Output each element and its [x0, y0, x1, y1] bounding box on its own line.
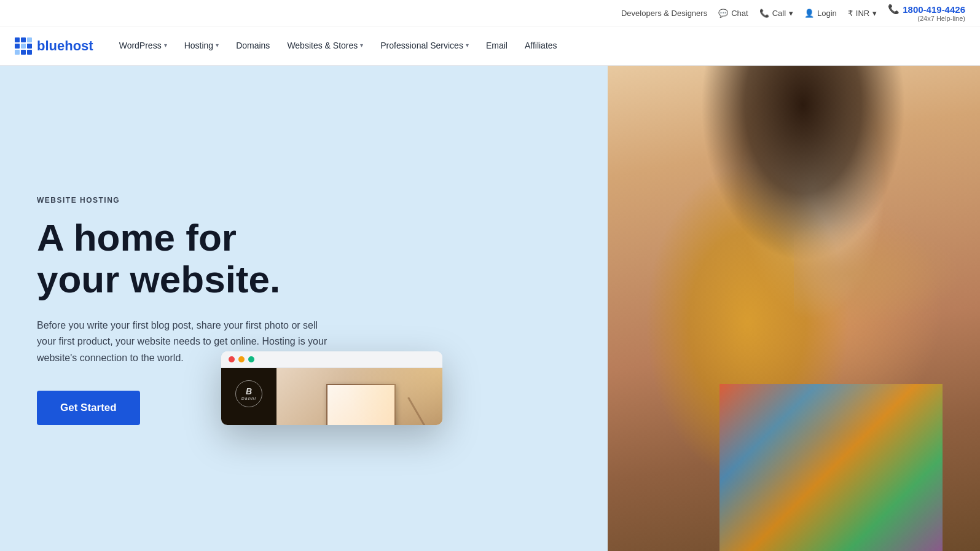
chevron-down-icon-websites: ▾: [360, 42, 363, 49]
chevron-down-icon-wordpress: ▾: [164, 42, 167, 49]
call-icon: 📞: [759, 9, 769, 18]
developers-label: Developers & Designers: [621, 9, 707, 18]
chat-label: Chat: [731, 9, 748, 18]
hero-eyebrow: WEBSITE HOSTING: [37, 196, 571, 205]
nav-item-affiliates[interactable]: Affiliates: [516, 26, 566, 66]
browser-bar: [221, 351, 442, 368]
top-bar-actions: Developers & Designers 💬 Chat 📞 Call ▾ 👤…: [621, 4, 965, 22]
phone-block: 📞 1800-419-4426 (24x7 Help-line): [888, 4, 965, 22]
hero-title-line1: A home for: [37, 216, 237, 259]
currency-icon: ₹: [848, 9, 853, 18]
phone-number: 📞 1800-419-4426: [888, 4, 965, 15]
nav-wordpress-label: WordPress: [119, 41, 162, 50]
hero-title: A home for your website.: [37, 217, 571, 300]
login-label: Login: [817, 9, 837, 18]
browser-dot-red: [229, 356, 235, 362]
browser-main-content: [276, 368, 442, 425]
browser-dot-yellow: [238, 356, 245, 362]
nav-links: WordPress ▾ Hosting ▾ Domains Websites &…: [111, 26, 965, 66]
hero-left: WEBSITE HOSTING A home for your website.…: [0, 66, 608, 551]
phone-icon: 📞: [888, 4, 900, 15]
chevron-down-icon: ▾: [789, 9, 793, 18]
logo-text: bluehost: [37, 38, 93, 54]
currency-link[interactable]: ₹ INR ▾: [848, 9, 877, 18]
artist-background: [608, 66, 980, 551]
hero-section: WEBSITE HOSTING A home for your website.…: [0, 66, 980, 551]
nav-item-email[interactable]: Email: [477, 26, 516, 66]
nav-hosting-label: Hosting: [184, 41, 213, 50]
nav-affiliates-label: Affiliates: [525, 41, 557, 50]
browser-logo: B Danni: [235, 380, 262, 407]
browser-dot-green: [248, 356, 254, 362]
user-icon: 👤: [804, 9, 814, 18]
navbar: bluehost WordPress ▾ Hosting ▾ Domains W…: [0, 26, 980, 66]
browser-mockup: B Danni CANVAS PAINTS SHOP BLOG ABOUT US: [221, 351, 442, 425]
login-link[interactable]: 👤 Login: [804, 9, 837, 18]
top-bar: Developers & Designers 💬 Chat 📞 Call ▾ 👤…: [0, 0, 980, 26]
chevron-down-icon-2: ▾: [872, 9, 877, 18]
call-label: Call: [772, 9, 786, 18]
chat-link[interactable]: 💬 Chat: [718, 9, 748, 18]
hero-title-line2: your website.: [37, 258, 280, 300]
nav-websites-label: Websites & Stores: [287, 41, 358, 50]
phone-subtext: (24x7 Help-line): [917, 15, 965, 22]
currency-label: INR: [856, 9, 869, 18]
chat-icon: 💬: [718, 9, 728, 18]
chevron-down-icon-professional: ▾: [466, 42, 469, 49]
nav-item-hosting[interactable]: Hosting ▾: [176, 26, 227, 66]
logo-grid-icon: [15, 37, 32, 55]
nav-item-websites[interactable]: Websites & Stores ▾: [278, 26, 372, 66]
nav-item-domains[interactable]: Domains: [227, 26, 278, 66]
browser-content: B Danni CANVAS PAINTS SHOP BLOG ABOUT US: [221, 368, 442, 425]
nav-item-professional[interactable]: Professional Services ▾: [372, 26, 477, 66]
logo-link[interactable]: bluehost: [15, 37, 93, 55]
browser-sidebar: B Danni CANVAS PAINTS SHOP BLOG ABOUT US: [221, 368, 276, 425]
get-started-button[interactable]: Get Started: [37, 391, 140, 425]
nav-professional-label: Professional Services: [380, 41, 463, 50]
nav-item-wordpress[interactable]: WordPress ▾: [111, 26, 176, 66]
developers-link[interactable]: Developers & Designers: [621, 9, 707, 18]
chevron-down-icon-hosting: ▾: [216, 42, 219, 49]
nav-domains-label: Domains: [236, 41, 270, 50]
hero-right-image: [608, 66, 980, 551]
call-link[interactable]: 📞 Call ▾: [759, 9, 793, 18]
nav-email-label: Email: [486, 41, 508, 50]
